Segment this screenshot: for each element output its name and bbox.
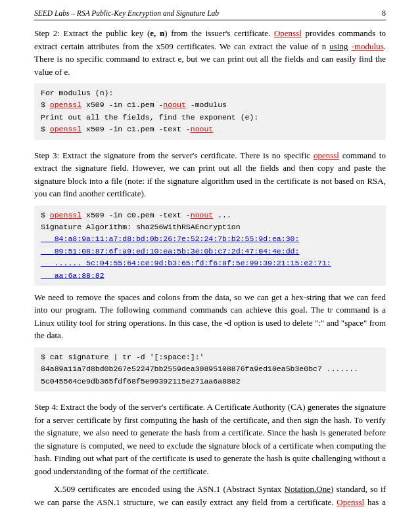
openssl-link-3[interactable]: openssl — [314, 150, 339, 160]
page-header: SEED Labs – RSA Public-Key Encryption an… — [34, 9, 386, 20]
step4-section: Step 4: Extract the body of the server's… — [34, 401, 386, 509]
code-tr-line2: 84a89a11a7d8bd0b267e52247bb2559dea308951… — [41, 365, 358, 373]
openssl-cmd-3[interactable]: openssl — [50, 211, 82, 219]
header-title: SEED Labs – RSA Public-Key Encryption an… — [34, 9, 219, 17]
step3-para2: We need to remove the spaces and colons … — [34, 291, 386, 342]
code-sig-line1: $ openssl x509 -in c0.pem -text -noout .… — [41, 211, 231, 219]
code-label-exponent: Print out all the fields, find the expon… — [41, 113, 258, 122]
code-sig-hex1: 84:a8:9a:11:a7:d8:bd:0b:26:7e:52:24:7b:b… — [41, 234, 331, 279]
code-tr-line1: $ cat signature | tr -d '[:space:]:' — [41, 353, 204, 361]
notation-one-underline: Notation.One — [285, 484, 331, 494]
header-page: 8 — [382, 9, 386, 17]
step4-para2: X.509 certificates are encoded using the… — [34, 483, 386, 509]
code-block-modulus: For modulus (n): $ openssl x509 -in c1.p… — [34, 83, 386, 140]
using-underline: using — [329, 41, 348, 51]
code-line-exponent: $ openssl x509 -in c1.pem -text -noout — [41, 125, 213, 133]
step3-section: Step 3: Extract the signature from the s… — [34, 149, 386, 392]
code-block-tr: $ cat signature | tr -d '[:space:]:' 84a… — [34, 347, 386, 391]
openssl-link-4[interactable]: Openssl — [337, 497, 364, 507]
code-label-modulus: For modulus (n): — [41, 89, 113, 97]
openssl-link-1[interactable]: Openssl — [274, 28, 302, 38]
page: SEED Labs – RSA Public-Key Encryption an… — [0, 0, 420, 509]
code-block-signature: $ openssl x509 -in c0.pem -text -noout .… — [34, 206, 386, 286]
noout-link-2[interactable]: noout — [191, 125, 214, 133]
code-sig-algo: Signature Algorithm: sha256WithRSAEncryp… — [41, 223, 241, 231]
code-line-modulus: $ openssl x509 -in c1.pem -noout -modulu… — [41, 100, 227, 109]
noout-link-3[interactable]: noout — [191, 211, 214, 219]
modulus-link[interactable]: -modulus — [352, 41, 384, 51]
step4-para1: Step 4: Extract the body of the server's… — [34, 401, 386, 477]
openssl-cmd-1[interactable]: openssl — [50, 100, 82, 109]
code-tr-line3: 5c045564ce9db365fdf68f5e99392115e271aa6a… — [41, 377, 241, 386]
step2-paragraph: Step 2: Extract the public key (e, n) fr… — [34, 27, 386, 78]
step3-paragraph: Step 3: Extract the signature from the s… — [34, 149, 386, 200]
noout-link-1[interactable]: noout — [163, 100, 186, 109]
openssl-cmd-2[interactable]: openssl — [50, 125, 82, 133]
